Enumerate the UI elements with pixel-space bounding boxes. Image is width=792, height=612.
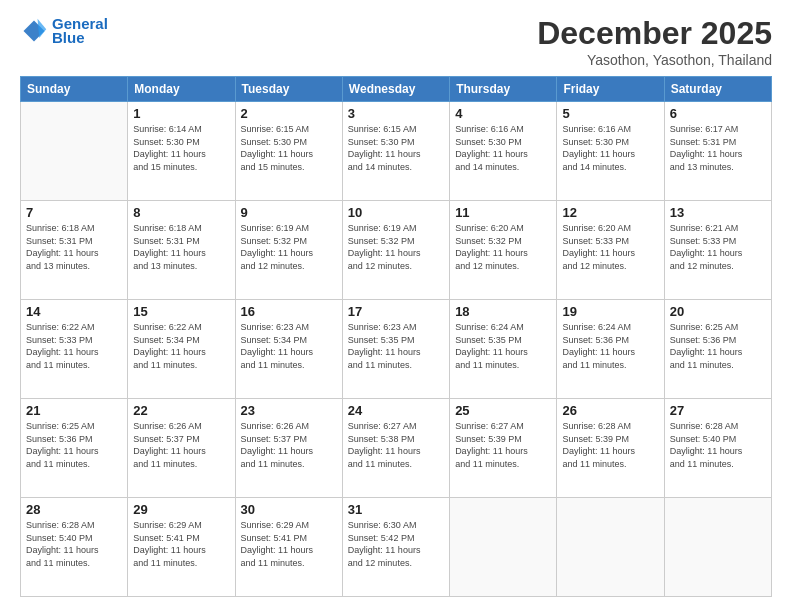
day-info: Sunrise: 6:24 AM Sunset: 5:36 PM Dayligh… xyxy=(562,321,658,371)
day-number: 4 xyxy=(455,106,551,121)
calendar-cell: 21Sunrise: 6:25 AM Sunset: 5:36 PM Dayli… xyxy=(21,399,128,498)
column-header-monday: Monday xyxy=(128,77,235,102)
calendar-cell: 22Sunrise: 6:26 AM Sunset: 5:37 PM Dayli… xyxy=(128,399,235,498)
column-header-wednesday: Wednesday xyxy=(342,77,449,102)
day-info: Sunrise: 6:21 AM Sunset: 5:33 PM Dayligh… xyxy=(670,222,766,272)
calendar-cell: 24Sunrise: 6:27 AM Sunset: 5:38 PM Dayli… xyxy=(342,399,449,498)
day-info: Sunrise: 6:20 AM Sunset: 5:33 PM Dayligh… xyxy=(562,222,658,272)
day-number: 15 xyxy=(133,304,229,319)
day-info: Sunrise: 6:23 AM Sunset: 5:35 PM Dayligh… xyxy=(348,321,444,371)
day-number: 25 xyxy=(455,403,551,418)
day-info: Sunrise: 6:27 AM Sunset: 5:39 PM Dayligh… xyxy=(455,420,551,470)
title-section: December 2025 Yasothon, Yasothon, Thaila… xyxy=(537,15,772,68)
day-info: Sunrise: 6:25 AM Sunset: 5:36 PM Dayligh… xyxy=(26,420,122,470)
calendar-cell: 26Sunrise: 6:28 AM Sunset: 5:39 PM Dayli… xyxy=(557,399,664,498)
calendar-cell: 6Sunrise: 6:17 AM Sunset: 5:31 PM Daylig… xyxy=(664,102,771,201)
calendar-cell: 3Sunrise: 6:15 AM Sunset: 5:30 PM Daylig… xyxy=(342,102,449,201)
day-number: 20 xyxy=(670,304,766,319)
calendar-cell: 15Sunrise: 6:22 AM Sunset: 5:34 PM Dayli… xyxy=(128,300,235,399)
day-number: 16 xyxy=(241,304,337,319)
calendar-header-row: SundayMondayTuesdayWednesdayThursdayFrid… xyxy=(21,77,772,102)
calendar-cell: 12Sunrise: 6:20 AM Sunset: 5:33 PM Dayli… xyxy=(557,201,664,300)
day-number: 18 xyxy=(455,304,551,319)
day-info: Sunrise: 6:22 AM Sunset: 5:34 PM Dayligh… xyxy=(133,321,229,371)
main-title: December 2025 xyxy=(537,15,772,52)
calendar-cell: 11Sunrise: 6:20 AM Sunset: 5:32 PM Dayli… xyxy=(450,201,557,300)
calendar-week-2: 7Sunrise: 6:18 AM Sunset: 5:31 PM Daylig… xyxy=(21,201,772,300)
day-info: Sunrise: 6:15 AM Sunset: 5:30 PM Dayligh… xyxy=(241,123,337,173)
day-number: 8 xyxy=(133,205,229,220)
day-info: Sunrise: 6:28 AM Sunset: 5:40 PM Dayligh… xyxy=(26,519,122,569)
calendar-cell: 10Sunrise: 6:19 AM Sunset: 5:32 PM Dayli… xyxy=(342,201,449,300)
calendar-cell: 8Sunrise: 6:18 AM Sunset: 5:31 PM Daylig… xyxy=(128,201,235,300)
calendar-cell: 4Sunrise: 6:16 AM Sunset: 5:30 PM Daylig… xyxy=(450,102,557,201)
column-header-sunday: Sunday xyxy=(21,77,128,102)
day-number: 10 xyxy=(348,205,444,220)
calendar-cell: 23Sunrise: 6:26 AM Sunset: 5:37 PM Dayli… xyxy=(235,399,342,498)
day-number: 6 xyxy=(670,106,766,121)
day-info: Sunrise: 6:18 AM Sunset: 5:31 PM Dayligh… xyxy=(133,222,229,272)
logo-icon xyxy=(20,17,48,45)
day-number: 7 xyxy=(26,205,122,220)
calendar-cell: 27Sunrise: 6:28 AM Sunset: 5:40 PM Dayli… xyxy=(664,399,771,498)
day-info: Sunrise: 6:30 AM Sunset: 5:42 PM Dayligh… xyxy=(348,519,444,569)
day-number: 24 xyxy=(348,403,444,418)
calendar-cell xyxy=(557,498,664,597)
column-header-thursday: Thursday xyxy=(450,77,557,102)
day-number: 13 xyxy=(670,205,766,220)
day-number: 2 xyxy=(241,106,337,121)
calendar-week-5: 28Sunrise: 6:28 AM Sunset: 5:40 PM Dayli… xyxy=(21,498,772,597)
column-header-tuesday: Tuesday xyxy=(235,77,342,102)
calendar-cell: 14Sunrise: 6:22 AM Sunset: 5:33 PM Dayli… xyxy=(21,300,128,399)
calendar-cell xyxy=(664,498,771,597)
day-number: 22 xyxy=(133,403,229,418)
day-number: 27 xyxy=(670,403,766,418)
calendar-cell xyxy=(21,102,128,201)
day-info: Sunrise: 6:29 AM Sunset: 5:41 PM Dayligh… xyxy=(241,519,337,569)
calendar-cell: 13Sunrise: 6:21 AM Sunset: 5:33 PM Dayli… xyxy=(664,201,771,300)
calendar-week-1: 1Sunrise: 6:14 AM Sunset: 5:30 PM Daylig… xyxy=(21,102,772,201)
logo: General Blue xyxy=(20,15,108,46)
day-info: Sunrise: 6:29 AM Sunset: 5:41 PM Dayligh… xyxy=(133,519,229,569)
day-info: Sunrise: 6:22 AM Sunset: 5:33 PM Dayligh… xyxy=(26,321,122,371)
calendar-cell: 25Sunrise: 6:27 AM Sunset: 5:39 PM Dayli… xyxy=(450,399,557,498)
header: General Blue December 2025 Yasothon, Yas… xyxy=(20,15,772,68)
day-number: 1 xyxy=(133,106,229,121)
day-number: 11 xyxy=(455,205,551,220)
calendar-week-4: 21Sunrise: 6:25 AM Sunset: 5:36 PM Dayli… xyxy=(21,399,772,498)
calendar-cell: 28Sunrise: 6:28 AM Sunset: 5:40 PM Dayli… xyxy=(21,498,128,597)
calendar-cell: 17Sunrise: 6:23 AM Sunset: 5:35 PM Dayli… xyxy=(342,300,449,399)
calendar-cell: 16Sunrise: 6:23 AM Sunset: 5:34 PM Dayli… xyxy=(235,300,342,399)
day-number: 26 xyxy=(562,403,658,418)
calendar-cell xyxy=(450,498,557,597)
day-number: 30 xyxy=(241,502,337,517)
day-info: Sunrise: 6:19 AM Sunset: 5:32 PM Dayligh… xyxy=(241,222,337,272)
day-info: Sunrise: 6:27 AM Sunset: 5:38 PM Dayligh… xyxy=(348,420,444,470)
calendar-cell: 2Sunrise: 6:15 AM Sunset: 5:30 PM Daylig… xyxy=(235,102,342,201)
calendar-cell: 9Sunrise: 6:19 AM Sunset: 5:32 PM Daylig… xyxy=(235,201,342,300)
calendar-cell: 18Sunrise: 6:24 AM Sunset: 5:35 PM Dayli… xyxy=(450,300,557,399)
day-info: Sunrise: 6:26 AM Sunset: 5:37 PM Dayligh… xyxy=(133,420,229,470)
day-info: Sunrise: 6:15 AM Sunset: 5:30 PM Dayligh… xyxy=(348,123,444,173)
day-info: Sunrise: 6:20 AM Sunset: 5:32 PM Dayligh… xyxy=(455,222,551,272)
day-info: Sunrise: 6:17 AM Sunset: 5:31 PM Dayligh… xyxy=(670,123,766,173)
day-info: Sunrise: 6:26 AM Sunset: 5:37 PM Dayligh… xyxy=(241,420,337,470)
day-number: 28 xyxy=(26,502,122,517)
day-number: 19 xyxy=(562,304,658,319)
day-info: Sunrise: 6:18 AM Sunset: 5:31 PM Dayligh… xyxy=(26,222,122,272)
calendar-cell: 5Sunrise: 6:16 AM Sunset: 5:30 PM Daylig… xyxy=(557,102,664,201)
day-info: Sunrise: 6:14 AM Sunset: 5:30 PM Dayligh… xyxy=(133,123,229,173)
day-number: 14 xyxy=(26,304,122,319)
day-number: 17 xyxy=(348,304,444,319)
day-number: 9 xyxy=(241,205,337,220)
logo-text: General Blue xyxy=(52,15,108,46)
day-info: Sunrise: 6:24 AM Sunset: 5:35 PM Dayligh… xyxy=(455,321,551,371)
column-header-friday: Friday xyxy=(557,77,664,102)
page: General Blue December 2025 Yasothon, Yas… xyxy=(0,0,792,612)
day-number: 21 xyxy=(26,403,122,418)
column-header-saturday: Saturday xyxy=(664,77,771,102)
calendar-cell: 30Sunrise: 6:29 AM Sunset: 5:41 PM Dayli… xyxy=(235,498,342,597)
calendar-table: SundayMondayTuesdayWednesdayThursdayFrid… xyxy=(20,76,772,597)
calendar-week-3: 14Sunrise: 6:22 AM Sunset: 5:33 PM Dayli… xyxy=(21,300,772,399)
day-info: Sunrise: 6:28 AM Sunset: 5:40 PM Dayligh… xyxy=(670,420,766,470)
